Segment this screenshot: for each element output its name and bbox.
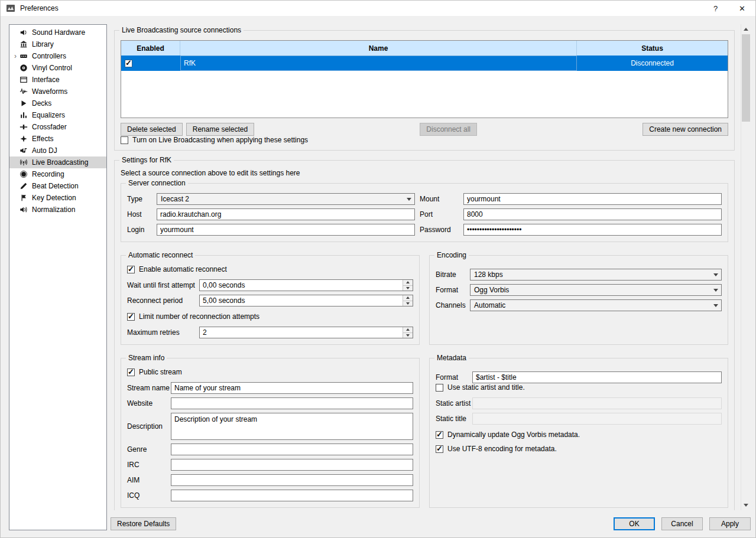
sidebar-item-beat-detection[interactable]: Beat Detection [9,180,106,192]
sidebar-item-label: Normalization [32,206,75,214]
metadata-format-input[interactable] [472,371,722,383]
ok-button[interactable]: OK [614,517,655,530]
delete-selected-button[interactable]: Delete selected [121,123,183,136]
wait-first-attempt-input[interactable] [199,279,413,291]
sidebar-item-equalizers[interactable]: Equalizers [9,109,106,121]
sidebar-item-label: Key Detection [32,194,76,202]
rename-selected-button[interactable]: Rename selected [186,123,254,136]
reconnect-period-input[interactable] [199,295,413,307]
wait-first-attempt-spinbox[interactable] [199,279,413,291]
public-stream-checkbox[interactable] [127,369,135,376]
aim-input[interactable] [171,474,413,486]
sidebar-item-live-broadcasting[interactable]: Live Broadcasting [9,156,106,168]
spin-down-button[interactable] [403,333,413,338]
reconnect-period-label: Reconnect period [127,296,199,305]
aim-row: AIM [127,474,413,486]
icq-input[interactable] [171,490,413,501]
spin-down-button[interactable] [403,301,413,307]
maximum-retries-input[interactable] [199,327,413,338]
password-input[interactable] [463,224,722,236]
utf8-metadata-checkbox[interactable] [436,445,443,453]
waveform-icon [19,87,28,96]
type-label: Type [127,195,152,203]
cancel-button[interactable]: Cancel [661,517,703,530]
limit-reconnection-attempts-row[interactable]: Limit number of reconnection attempts [127,312,413,321]
help-button[interactable]: ? [702,1,729,16]
mount-input[interactable] [463,193,722,205]
group-title: Server connection [126,179,188,187]
sidebar-item-label: Auto DJ [32,146,57,155]
column-header-name[interactable]: Name [180,41,577,56]
type-combobox[interactable]: Icecast 2 [157,193,415,205]
spin-up-button[interactable] [403,280,413,286]
column-header-status[interactable]: Status [577,41,728,56]
genre-input[interactable] [171,444,413,455]
scrollbar-thumb[interactable] [742,34,750,122]
table-row[interactable]: RfK Disconnected [121,56,728,71]
port-input[interactable] [463,208,722,220]
limit-reconnection-attempts-checkbox[interactable] [127,313,135,321]
chevron-right-icon[interactable] [12,53,19,60]
encoding-group: Encoding Bitrate 128 kbps Format [429,255,728,345]
sidebar-item-auto-dj[interactable]: Auto DJ [9,145,106,156]
enabled-checkbox[interactable] [125,60,132,67]
genre-row: Genre [127,444,413,455]
enable-automatic-reconnect-row[interactable]: Enable automatic reconnect [127,265,413,273]
scroll-down-icon[interactable] [741,500,751,510]
turn-on-broadcasting-row[interactable]: Turn on Live Broadcasting when applying … [121,136,728,144]
sidebar-item-library[interactable]: Library [9,38,106,50]
public-stream-label: Public stream [139,368,182,376]
group-title: Live Broadcasting source connections [119,26,244,34]
format-combobox-value: Ogg Vorbis [474,286,509,294]
description-textarea[interactable]: Description of your stream [171,413,413,440]
sidebar-item-crossfader[interactable]: Crossfader [9,121,106,133]
sidebar-item-interface[interactable]: Interface [9,74,106,86]
channels-combobox-value: Automatic [474,301,505,309]
maximum-retries-spinbox[interactable] [199,327,413,338]
sidebar-item-key-detection[interactable]: Key Detection [9,192,106,204]
sidebar-item-recording[interactable]: Recording [9,168,106,180]
turn-on-broadcasting-checkbox[interactable] [121,136,128,144]
irc-input[interactable] [171,459,413,471]
host-input[interactable] [157,208,415,220]
website-input[interactable] [171,397,413,409]
close-icon[interactable]: ✕ [729,1,755,16]
sidebar-item-label: Crossfader [32,123,67,131]
use-static-artist-title-row[interactable]: Use static artist and title. [436,383,722,392]
dynamic-metadata-row[interactable]: Dynamically update Ogg Vorbis metadata. [436,431,722,439]
sidebar-item-controllers[interactable]: Controllers [9,50,106,62]
public-stream-row[interactable]: Public stream [127,368,413,376]
sidebar-item-normalization[interactable]: Normalization [9,204,106,216]
content-column: Live Broadcasting source connections Ena… [111,24,751,530]
scroll-up-icon[interactable] [741,24,751,34]
maximum-retries-label: Maximum retries [127,328,199,337]
spin-up-button[interactable] [403,295,413,301]
automatic-reconnect-group: Automatic reconnect Enable automatic rec… [121,255,420,345]
dynamic-metadata-checkbox[interactable] [436,431,443,439]
apply-button[interactable]: Apply [709,517,751,530]
channels-combobox[interactable]: Automatic [470,299,722,311]
sidebar-item-waveforms[interactable]: Waveforms [9,86,106,97]
login-input[interactable] [157,224,415,236]
utf8-metadata-row[interactable]: Use UTF-8 encoding for metadata. [436,445,722,453]
bitrate-combobox[interactable]: 128 kbps [470,269,722,281]
stream-name-input[interactable] [171,382,413,394]
scrollbar-track[interactable] [741,34,751,500]
format-combobox[interactable]: Ogg Vorbis [470,284,722,296]
column-header-enabled[interactable]: Enabled [121,41,180,56]
dynamic-metadata-label: Dynamically update Ogg Vorbis metadata. [447,431,580,439]
sidebar-item-vinyl-control[interactable]: Vinyl Control [9,62,106,74]
sidebar-item-decks[interactable]: Decks [9,97,106,109]
reconnect-period-spinbox[interactable] [199,295,413,307]
channels-label: Channels [436,301,470,309]
spin-up-button[interactable] [403,327,413,333]
source-connections-group: Live Broadcasting source connections Ena… [114,30,735,151]
create-new-connection-button[interactable]: Create new connection [643,123,728,136]
restore-defaults-button[interactable]: Restore Defaults [111,517,176,530]
vertical-scrollbar[interactable] [741,24,751,510]
enable-automatic-reconnect-checkbox[interactable] [127,266,135,273]
use-static-artist-title-checkbox[interactable] [436,384,443,392]
sidebar-item-sound-hardware[interactable]: Sound Hardware [9,27,106,38]
spin-down-button[interactable] [403,286,413,291]
sidebar-item-effects[interactable]: Effects [9,133,106,145]
